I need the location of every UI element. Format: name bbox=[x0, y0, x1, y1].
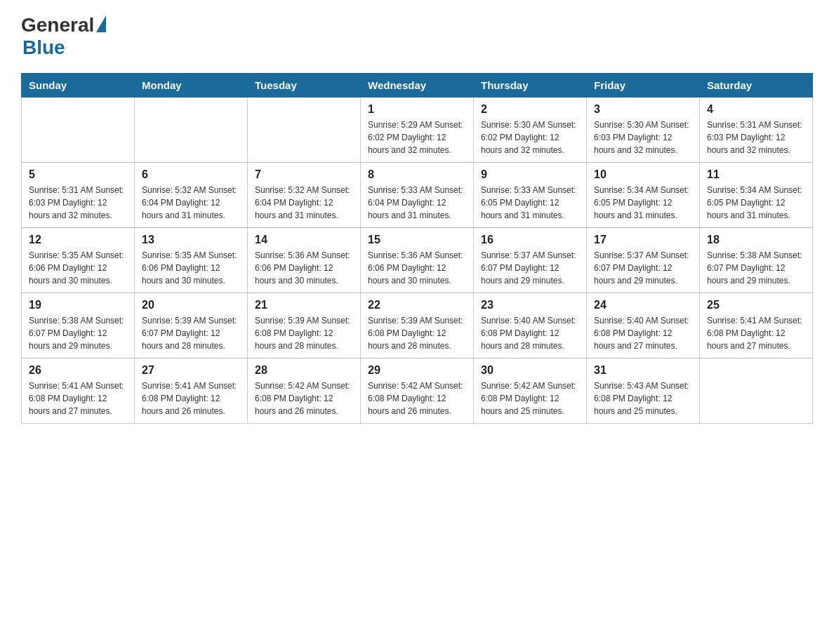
day-info: Sunrise: 5:31 AM Sunset: 6:03 PM Dayligh… bbox=[29, 184, 127, 222]
day-number: 14 bbox=[255, 234, 353, 246]
day-info: Sunrise: 5:34 AM Sunset: 6:05 PM Dayligh… bbox=[594, 184, 692, 222]
calendar-cell: 16Sunrise: 5:37 AM Sunset: 6:07 PM Dayli… bbox=[474, 228, 587, 293]
day-info: Sunrise: 5:34 AM Sunset: 6:05 PM Dayligh… bbox=[707, 184, 805, 222]
calendar-cell: 7Sunrise: 5:32 AM Sunset: 6:04 PM Daylig… bbox=[248, 163, 361, 228]
calendar-cell: 9Sunrise: 5:33 AM Sunset: 6:05 PM Daylig… bbox=[474, 163, 587, 228]
day-info: Sunrise: 5:39 AM Sunset: 6:07 PM Dayligh… bbox=[142, 314, 240, 352]
day-number: 1 bbox=[368, 103, 466, 116]
calendar-cell: 12Sunrise: 5:35 AM Sunset: 6:06 PM Dayli… bbox=[22, 228, 135, 293]
day-number: 9 bbox=[481, 168, 579, 181]
logo-blue-text: Blue bbox=[22, 36, 65, 59]
calendar-cell: 25Sunrise: 5:41 AM Sunset: 6:08 PM Dayli… bbox=[700, 293, 813, 358]
logo-general-text: General bbox=[21, 14, 94, 36]
day-info: Sunrise: 5:37 AM Sunset: 6:07 PM Dayligh… bbox=[481, 249, 579, 287]
calendar-cell: 28Sunrise: 5:42 AM Sunset: 6:08 PM Dayli… bbox=[248, 358, 361, 424]
day-number: 28 bbox=[255, 364, 353, 377]
day-number: 11 bbox=[707, 168, 805, 181]
day-info: Sunrise: 5:33 AM Sunset: 6:05 PM Dayligh… bbox=[481, 184, 579, 222]
header-day-tuesday: Tuesday bbox=[248, 74, 361, 98]
day-number: 22 bbox=[368, 299, 466, 311]
day-number: 20 bbox=[142, 299, 240, 311]
calendar-cell: 22Sunrise: 5:39 AM Sunset: 6:08 PM Dayli… bbox=[361, 293, 474, 358]
day-info: Sunrise: 5:40 AM Sunset: 6:08 PM Dayligh… bbox=[481, 314, 579, 352]
day-info: Sunrise: 5:36 AM Sunset: 6:06 PM Dayligh… bbox=[255, 249, 353, 287]
calendar-cell: 2Sunrise: 5:30 AM Sunset: 6:02 PM Daylig… bbox=[474, 98, 587, 163]
calendar-cell: 14Sunrise: 5:36 AM Sunset: 6:06 PM Dayli… bbox=[248, 228, 361, 293]
day-info: Sunrise: 5:40 AM Sunset: 6:08 PM Dayligh… bbox=[594, 314, 692, 352]
day-info: Sunrise: 5:42 AM Sunset: 6:08 PM Dayligh… bbox=[481, 380, 579, 417]
calendar-cell: 29Sunrise: 5:42 AM Sunset: 6:08 PM Dayli… bbox=[361, 358, 474, 424]
calendar-cell: 13Sunrise: 5:35 AM Sunset: 6:06 PM Dayli… bbox=[135, 228, 248, 293]
calendar-cell: 3Sunrise: 5:30 AM Sunset: 6:03 PM Daylig… bbox=[587, 98, 700, 163]
calendar-cell: 5Sunrise: 5:31 AM Sunset: 6:03 PM Daylig… bbox=[22, 163, 135, 228]
calendar-cell: 31Sunrise: 5:43 AM Sunset: 6:08 PM Dayli… bbox=[587, 358, 700, 424]
calendar-cell: 1Sunrise: 5:29 AM Sunset: 6:02 PM Daylig… bbox=[361, 98, 474, 163]
day-number: 6 bbox=[142, 168, 240, 181]
day-info: Sunrise: 5:39 AM Sunset: 6:08 PM Dayligh… bbox=[255, 314, 353, 352]
day-number: 12 bbox=[29, 234, 127, 246]
calendar-cell bbox=[135, 98, 248, 163]
day-info: Sunrise: 5:43 AM Sunset: 6:08 PM Dayligh… bbox=[594, 380, 692, 417]
week-row-3: 12Sunrise: 5:35 AM Sunset: 6:06 PM Dayli… bbox=[22, 228, 813, 293]
day-info: Sunrise: 5:30 AM Sunset: 6:03 PM Dayligh… bbox=[594, 119, 692, 156]
day-number: 26 bbox=[29, 364, 127, 377]
calendar-cell: 26Sunrise: 5:41 AM Sunset: 6:08 PM Dayli… bbox=[22, 358, 135, 424]
day-number: 21 bbox=[255, 299, 353, 311]
day-info: Sunrise: 5:31 AM Sunset: 6:03 PM Dayligh… bbox=[707, 119, 805, 156]
day-number: 17 bbox=[594, 234, 692, 246]
header-day-thursday: Thursday bbox=[474, 74, 587, 98]
calendar-cell: 6Sunrise: 5:32 AM Sunset: 6:04 PM Daylig… bbox=[135, 163, 248, 228]
calendar-cell bbox=[700, 358, 813, 424]
calendar-cell: 18Sunrise: 5:38 AM Sunset: 6:07 PM Dayli… bbox=[700, 228, 813, 293]
day-number: 15 bbox=[368, 234, 466, 246]
day-number: 24 bbox=[594, 299, 692, 311]
day-info: Sunrise: 5:39 AM Sunset: 6:08 PM Dayligh… bbox=[368, 314, 466, 352]
calendar-cell: 23Sunrise: 5:40 AM Sunset: 6:08 PM Dayli… bbox=[474, 293, 587, 358]
day-number: 25 bbox=[707, 299, 805, 311]
day-info: Sunrise: 5:38 AM Sunset: 6:07 PM Dayligh… bbox=[29, 314, 127, 352]
calendar-cell: 8Sunrise: 5:33 AM Sunset: 6:04 PM Daylig… bbox=[361, 163, 474, 228]
day-number: 8 bbox=[368, 168, 466, 181]
calendar-cell: 21Sunrise: 5:39 AM Sunset: 6:08 PM Dayli… bbox=[248, 293, 361, 358]
day-info: Sunrise: 5:32 AM Sunset: 6:04 PM Dayligh… bbox=[255, 184, 353, 222]
week-row-2: 5Sunrise: 5:31 AM Sunset: 6:03 PM Daylig… bbox=[22, 163, 813, 228]
header-day-wednesday: Wednesday bbox=[361, 74, 474, 98]
calendar-cell: 17Sunrise: 5:37 AM Sunset: 6:07 PM Dayli… bbox=[587, 228, 700, 293]
day-number: 16 bbox=[481, 234, 579, 246]
calendar-cell: 11Sunrise: 5:34 AM Sunset: 6:05 PM Dayli… bbox=[700, 163, 813, 228]
day-number: 5 bbox=[29, 168, 127, 181]
header: General Blue bbox=[21, 14, 813, 59]
day-info: Sunrise: 5:42 AM Sunset: 6:08 PM Dayligh… bbox=[255, 380, 353, 417]
day-info: Sunrise: 5:41 AM Sunset: 6:08 PM Dayligh… bbox=[142, 380, 240, 417]
day-number: 30 bbox=[481, 364, 579, 377]
calendar-cell: 30Sunrise: 5:42 AM Sunset: 6:08 PM Dayli… bbox=[474, 358, 587, 424]
day-number: 7 bbox=[255, 168, 353, 181]
day-info: Sunrise: 5:35 AM Sunset: 6:06 PM Dayligh… bbox=[29, 249, 127, 287]
day-info: Sunrise: 5:41 AM Sunset: 6:08 PM Dayligh… bbox=[707, 314, 805, 352]
calendar-cell: 15Sunrise: 5:36 AM Sunset: 6:06 PM Dayli… bbox=[361, 228, 474, 293]
day-number: 4 bbox=[707, 103, 805, 116]
day-number: 3 bbox=[594, 103, 692, 116]
day-number: 19 bbox=[29, 299, 127, 311]
calendar-table: SundayMondayTuesdayWednesdayThursdayFrid… bbox=[21, 73, 813, 424]
header-day-monday: Monday bbox=[135, 74, 248, 98]
day-number: 29 bbox=[368, 364, 466, 377]
header-day-saturday: Saturday bbox=[700, 74, 813, 98]
header-day-friday: Friday bbox=[587, 74, 700, 98]
day-number: 23 bbox=[481, 299, 579, 311]
day-number: 18 bbox=[707, 234, 805, 246]
day-info: Sunrise: 5:35 AM Sunset: 6:06 PM Dayligh… bbox=[142, 249, 240, 287]
header-row: SundayMondayTuesdayWednesdayThursdayFrid… bbox=[22, 74, 813, 98]
calendar-cell bbox=[22, 98, 135, 163]
day-number: 13 bbox=[142, 234, 240, 246]
week-row-1: 1Sunrise: 5:29 AM Sunset: 6:02 PM Daylig… bbox=[22, 98, 813, 163]
day-number: 2 bbox=[481, 103, 579, 116]
calendar-cell: 10Sunrise: 5:34 AM Sunset: 6:05 PM Dayli… bbox=[587, 163, 700, 228]
day-info: Sunrise: 5:37 AM Sunset: 6:07 PM Dayligh… bbox=[594, 249, 692, 287]
week-row-5: 26Sunrise: 5:41 AM Sunset: 6:08 PM Dayli… bbox=[22, 358, 813, 424]
day-info: Sunrise: 5:32 AM Sunset: 6:04 PM Dayligh… bbox=[142, 184, 240, 222]
day-number: 10 bbox=[594, 168, 692, 181]
day-number: 31 bbox=[594, 364, 692, 377]
day-info: Sunrise: 5:38 AM Sunset: 6:07 PM Dayligh… bbox=[707, 249, 805, 287]
calendar-cell: 4Sunrise: 5:31 AM Sunset: 6:03 PM Daylig… bbox=[700, 98, 813, 163]
